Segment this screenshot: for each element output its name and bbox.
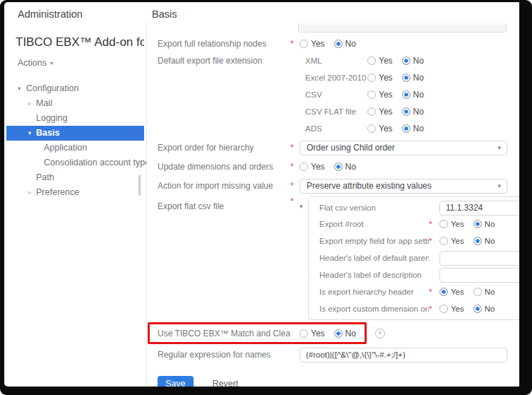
text-field[interactable]: [300, 348, 507, 362]
radio-option-yes[interactable]: Yes: [367, 107, 393, 117]
form-rows: Export full relationship nodes*YesNoDefa…: [147, 23, 519, 363]
nested-row-is-export-hierarchy-header: Is export hierarchy header*YesNo: [309, 283, 519, 300]
sidebar-item-label: Configuration: [26, 81, 78, 96]
form-row-export-flat-csv-file: Export flat csv file*▾Flat csv versionEx…: [147, 196, 519, 320]
radio-icon: [367, 107, 376, 116]
radio-option-yes[interactable]: Yes: [439, 220, 464, 228]
radio-option-yes[interactable]: Yes: [439, 237, 464, 245]
radio-option-no[interactable]: No: [334, 39, 356, 49]
required-asterisk: *: [290, 39, 300, 49]
radio-option-no[interactable]: No: [402, 124, 424, 134]
field-label: Export full relationship nodes: [158, 39, 290, 49]
radio-option-no[interactable]: No: [473, 305, 495, 313]
reset-value-icon[interactable]: ×: [375, 329, 385, 338]
nested-row-header-s-label-of-default-parent: Header's label of default parent: [309, 249, 519, 266]
radio-option-no[interactable]: No: [402, 73, 424, 83]
radio-selected-icon: [402, 90, 410, 99]
radio-option-yes[interactable]: Yes: [367, 73, 393, 83]
select-dropdown[interactable]: Preserve attribute existing values▾: [300, 179, 507, 194]
field-label: Use TIBCO EBX™ Match and Cleanse ...: [158, 329, 290, 338]
sidebar-item-label: Logging: [36, 111, 68, 126]
radio-icon: [473, 288, 482, 296]
radio-option-no[interactable]: No: [402, 90, 424, 100]
sidebar-item-label: Preference: [36, 185, 79, 200]
text-field[interactable]: [439, 268, 519, 283]
radio-option-yes[interactable]: Yes: [300, 162, 325, 172]
sidebar-item-logging[interactable]: Logging: [6, 111, 144, 126]
radio-option-yes[interactable]: Yes: [439, 305, 464, 313]
save-button[interactable]: Save: [158, 376, 194, 387]
radio-option-no[interactable]: No: [473, 237, 495, 245]
extension-label: XML: [305, 57, 367, 65]
nested-group: Flat csv versionExport #root*YesNoExport…: [308, 196, 519, 320]
radio-option-yes[interactable]: Yes: [300, 329, 325, 338]
radio-option-yes[interactable]: Yes: [367, 124, 393, 134]
radio-option-yes[interactable]: Yes: [439, 288, 464, 296]
nested-row-is-export-custom-dimension-order: Is export custom dimension order*YesNo: [309, 300, 519, 317]
radio-option-no[interactable]: No: [334, 162, 356, 172]
radio-option-yes[interactable]: Yes: [300, 39, 325, 49]
app-window: Administration Basis TIBCO EBX™ Add-on f…: [4, 2, 519, 387]
form-row-export-full-relationship-nodes: Export full relationship nodes*YesNo: [147, 35, 519, 52]
form-row-use-tibco-ebx-match-and-cleanse: Use TIBCO EBX™ Match and Cleanse ...YesN…: [147, 322, 519, 344]
caret-right-icon[interactable]: ▹: [28, 185, 36, 200]
text-field[interactable]: [439, 251, 519, 266]
extension-label: ADS: [305, 124, 367, 133]
caret-right-icon[interactable]: ▹: [28, 96, 36, 111]
extension-row-ads: ADSYesNo: [300, 120, 433, 137]
sidebar: TIBCO EBX™ Add-on for Actions ▾ ▾Configu…: [4, 21, 146, 387]
select-value: Preserve attribute existing values: [307, 181, 432, 191]
field-label: Update dimensions and orders: [158, 162, 290, 172]
field-label: Action for import missing value: [158, 181, 290, 191]
radio-icon: [439, 305, 448, 313]
sidebar-item-application[interactable]: Application: [6, 141, 144, 155]
sidebar-item-configuration[interactable]: ▾Configuration: [6, 81, 144, 96]
radio-selected-icon: [334, 40, 343, 48]
radio-selected-icon: [473, 220, 482, 228]
caret-down-icon[interactable]: ▾: [18, 81, 26, 96]
caret-down-icon[interactable]: ▾: [28, 126, 36, 141]
required-asterisk: *: [429, 288, 439, 296]
radio-option-no[interactable]: No: [402, 56, 424, 66]
screenshot-frame: Administration Basis TIBCO EBX™ Add-on f…: [0, 0, 532, 395]
form-panel: Export full relationship nodes*YesNoDefa…: [147, 21, 519, 387]
radio-option-no[interactable]: No: [473, 288, 495, 296]
required-asterisk: *: [290, 162, 300, 172]
page-title: Basis: [152, 8, 177, 20]
extension-options: XMLYesNoExcel 2007-2010YesNoCSVYesNoCSV …: [300, 52, 433, 137]
sidebar-item-mail[interactable]: ▹Mail: [6, 96, 144, 111]
field-label: Export order for hierarchy: [158, 143, 290, 153]
radio-option-no[interactable]: No: [334, 329, 356, 338]
select-dropdown[interactable]: Order using Child order▾: [300, 141, 507, 155]
revert-button[interactable]: Revert: [213, 379, 239, 387]
radio-icon: [367, 57, 376, 65]
sidebar-item-basis[interactable]: ▾Basis: [6, 126, 144, 141]
sidebar-item-path[interactable]: Path: [6, 170, 144, 185]
sidebar-scrollbar-thumb[interactable]: [138, 175, 141, 196]
sidebar-item-label: Mail: [36, 96, 52, 111]
form-row-regular-expression-for-names: Regular expression for names: [147, 346, 519, 363]
radio-option-yes[interactable]: Yes: [367, 56, 393, 66]
breadcrumb-section-title: Administration: [18, 8, 83, 20]
collapse-toggle-icon[interactable]: ▾: [300, 198, 308, 215]
radio-icon: [439, 220, 448, 228]
sidebar-item-label: Basis: [36, 126, 59, 141]
text-field[interactable]: [439, 201, 519, 216]
actions-menu-button[interactable]: Actions ▾: [18, 58, 67, 68]
sidebar-item-label: Application: [44, 141, 87, 155]
field-label: Regular expression for names: [158, 350, 290, 360]
radio-icon: [300, 329, 308, 338]
sidebar-tree: ▾Configuration▹MailLogging▾BasisApplicat…: [4, 81, 146, 200]
radio-option-yes[interactable]: Yes: [367, 90, 393, 100]
radio-selected-icon: [334, 163, 343, 171]
extension-row-csv: CSVYesNo: [300, 86, 433, 103]
radio-group: YesNo: [439, 288, 504, 296]
radio-option-no[interactable]: No: [473, 220, 495, 228]
sidebar-item-consolidation-account-type[interactable]: Consolidation account type: [6, 155, 144, 170]
scrolled-cut-input[interactable]: [298, 23, 507, 33]
chevron-down-icon: ▾: [497, 182, 501, 189]
form-row-update-dimensions-and-orders: Update dimensions and orders*YesNo: [147, 158, 519, 175]
sidebar-item-preference[interactable]: ▹Preference: [6, 185, 144, 200]
radio-group: YesNo: [367, 124, 433, 134]
radio-option-no[interactable]: No: [402, 107, 424, 117]
